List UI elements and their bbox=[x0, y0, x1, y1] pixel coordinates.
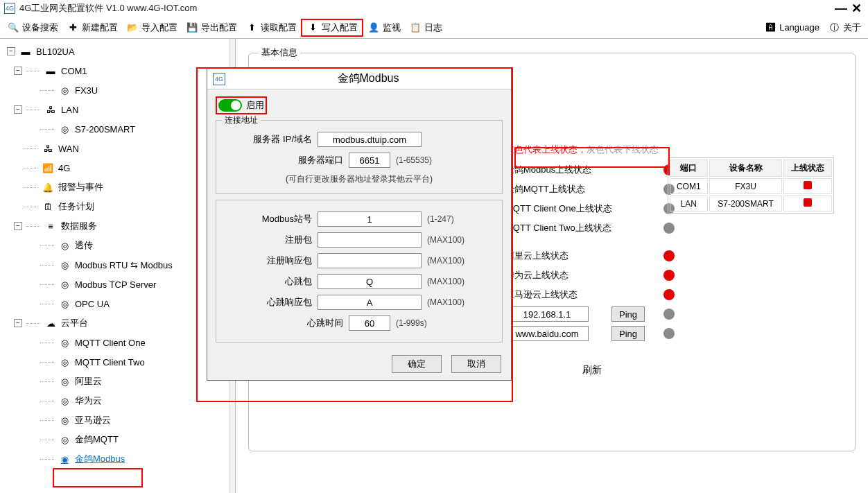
tree-cloud[interactable]: −☁云平台 bbox=[0, 313, 235, 333]
tree-modbus-rtu[interactable]: ◎Modbus RTU ⇆ Modbus bbox=[0, 255, 235, 275]
new-icon: ✚ bbox=[67, 21, 79, 34]
cloud-icon: ☁ bbox=[44, 318, 57, 329]
ping-domain-input[interactable] bbox=[505, 326, 589, 341]
target-icon: ◎ bbox=[58, 299, 71, 309]
server-ip-label: 服务器 IP/域名 bbox=[236, 133, 312, 146]
status-label: 华为云上线状态 bbox=[505, 269, 663, 282]
table-row: LANS7-200SMART bbox=[670, 196, 832, 211]
ping-ip-button[interactable]: Ping bbox=[611, 306, 645, 322]
ping-ip-input[interactable] bbox=[505, 306, 589, 322]
status-row: 金鸽MQTT上线状态 bbox=[505, 180, 679, 199]
toolbar-language[interactable]: 🅰Language bbox=[760, 20, 824, 35]
toolbar-log[interactable]: 📋日志 bbox=[405, 20, 446, 35]
sidebar-tree[interactable]: −▬BL102UA −▬COM1 ◎FX3U −🖧LAN ◎S7-200SMAR… bbox=[0, 39, 236, 493]
dialog-title: 金鸽Modbus bbox=[231, 71, 505, 86]
th-status: 上线状态 bbox=[783, 159, 832, 177]
calendar-icon: 🗓 bbox=[42, 202, 54, 212]
status-square bbox=[804, 181, 812, 189]
target-icon: ◎ bbox=[58, 279, 71, 290]
regresp-label: 注册响应包 bbox=[236, 254, 312, 267]
server-port-input[interactable] bbox=[349, 153, 390, 168]
basic-info-legend: 基本信息 bbox=[259, 46, 300, 59]
tree-task[interactable]: 🗓任务计划 bbox=[0, 197, 235, 216]
collapse-icon[interactable]: − bbox=[14, 105, 22, 114]
status-row: 亚马逊云上线状态 bbox=[505, 285, 679, 304]
station-label: Modbus站号 bbox=[236, 213, 312, 225]
enable-label: 启用 bbox=[246, 99, 264, 112]
tree-mqtt1[interactable]: ◎MQTT Client One bbox=[0, 333, 235, 352]
download-icon: ⬇ bbox=[306, 21, 319, 34]
hb-input[interactable] bbox=[318, 274, 422, 289]
tree-fx3u[interactable]: ◎FX3U bbox=[0, 80, 235, 100]
table-row: COM1FX3U bbox=[670, 178, 832, 194]
server-ip-input[interactable] bbox=[318, 132, 422, 147]
log-icon: 📋 bbox=[409, 21, 422, 34]
ok-button[interactable]: 确定 bbox=[392, 355, 442, 373]
tree-lan[interactable]: −🖧LAN bbox=[0, 100, 235, 119]
app-icon: 4G bbox=[4, 3, 15, 14]
status-dot bbox=[663, 328, 675, 339]
status-dot bbox=[663, 289, 675, 300]
tree-jinge-mqtt[interactable]: ◎金鸽MQTT bbox=[0, 430, 235, 449]
collapse-icon[interactable]: − bbox=[14, 222, 22, 230]
station-input[interactable] bbox=[318, 211, 422, 227]
tree-dataservice[interactable]: −≡数据服务 bbox=[0, 216, 235, 236]
toolbar-export[interactable]: 💾导出配置 bbox=[182, 20, 241, 35]
enable-toggle[interactable] bbox=[218, 99, 242, 112]
toolbar-search[interactable]: 🔍设备搜索 bbox=[3, 20, 62, 35]
status-row: 阿里云上线状态 bbox=[505, 246, 679, 266]
toolbar-new[interactable]: ✚新建配置 bbox=[62, 20, 122, 35]
th-name: 设备名称 bbox=[709, 159, 783, 177]
toolbar-write[interactable]: ⬇写入配置 bbox=[301, 19, 363, 37]
status-label: 阿里云上线状态 bbox=[505, 250, 663, 262]
tree-alarm[interactable]: 🔔报警与事件 bbox=[0, 178, 235, 197]
tree-com1[interactable]: −▬COM1 bbox=[0, 61, 235, 80]
device-icon: ▬ bbox=[19, 46, 32, 57]
toolbar-import[interactable]: 📂导入配置 bbox=[122, 20, 182, 35]
collapse-icon[interactable]: − bbox=[7, 47, 15, 55]
tree-aliyun[interactable]: ◎阿里云 bbox=[0, 372, 235, 391]
tree-root[interactable]: −▬BL102UA bbox=[0, 42, 235, 61]
regresp-input[interactable] bbox=[318, 253, 422, 268]
save-icon: 💾 bbox=[186, 21, 198, 34]
tree-mqtt2[interactable]: ◎MQTT Client Two bbox=[0, 352, 235, 372]
hbresp-hint: (MAX100) bbox=[427, 297, 483, 307]
server-port-hint: (1-65535) bbox=[396, 155, 451, 165]
status-hint: 红色代表上线状态，灰色代表下线状态 bbox=[505, 144, 679, 156]
monitor-icon: 👤 bbox=[367, 21, 380, 34]
toolbar-monitor[interactable]: 👤监视 bbox=[363, 20, 405, 35]
refresh-button[interactable]: 刷新 bbox=[582, 364, 602, 377]
tree-wan[interactable]: 🖧WAN bbox=[0, 139, 235, 158]
tree-passthrough[interactable]: ◎透传 bbox=[0, 236, 235, 255]
port-icon: ▬ bbox=[44, 66, 57, 76]
target-icon: ◎ bbox=[58, 241, 71, 251]
dialog-footer: 确定 取消 bbox=[207, 348, 511, 380]
collapse-icon[interactable]: − bbox=[14, 67, 22, 75]
tree-aws[interactable]: ◎亚马逊云 bbox=[0, 410, 235, 430]
antenna-icon: 📶 bbox=[42, 163, 54, 173]
tree-modbus-tcp[interactable]: ◎Modbus TCP Server bbox=[0, 275, 235, 294]
tree-huawei[interactable]: ◎华为云 bbox=[0, 391, 235, 410]
target-icon: ◎ bbox=[58, 415, 71, 426]
toolbar-about[interactable]: ⓘ关于 bbox=[824, 20, 865, 35]
tree-opc-ua[interactable]: ◎OPC UA bbox=[0, 294, 235, 313]
close-button[interactable]: ✕ bbox=[849, 1, 864, 16]
reg-label: 注册包 bbox=[236, 234, 312, 246]
ping-domain-button[interactable]: Ping bbox=[611, 326, 645, 341]
reg-input[interactable] bbox=[318, 232, 422, 248]
status-row: MQTT Client One上线状态 bbox=[505, 199, 679, 218]
cancel-button[interactable]: 取消 bbox=[451, 355, 501, 373]
target-icon: ◎ bbox=[58, 124, 71, 135]
tree-4g[interactable]: 📶4G bbox=[0, 158, 235, 178]
toolbar-read[interactable]: ⬆读取配置 bbox=[241, 20, 301, 35]
modbus-settings-group: Modbus站号 (1-247) 注册包 (MAX100) 注册响应包 (MAX… bbox=[216, 200, 503, 343]
hbtime-input[interactable] bbox=[349, 315, 390, 331]
status-row: 华为云上线状态 bbox=[505, 266, 679, 285]
tree-jinge-modbus[interactable]: ◉金鸽Modbus bbox=[0, 449, 235, 469]
tree-s7[interactable]: ◎S7-200SMART bbox=[0, 119, 235, 139]
title-bar: 4G 4G工业网关配置软件 V1.0 www.4G-IOT.com — ✕ bbox=[0, 0, 868, 17]
minimize-button[interactable]: — bbox=[833, 1, 849, 16]
dialog-header: 4G 金鸽Modbus bbox=[207, 69, 511, 89]
collapse-icon[interactable]: − bbox=[14, 319, 22, 327]
hbresp-input[interactable] bbox=[318, 295, 422, 310]
